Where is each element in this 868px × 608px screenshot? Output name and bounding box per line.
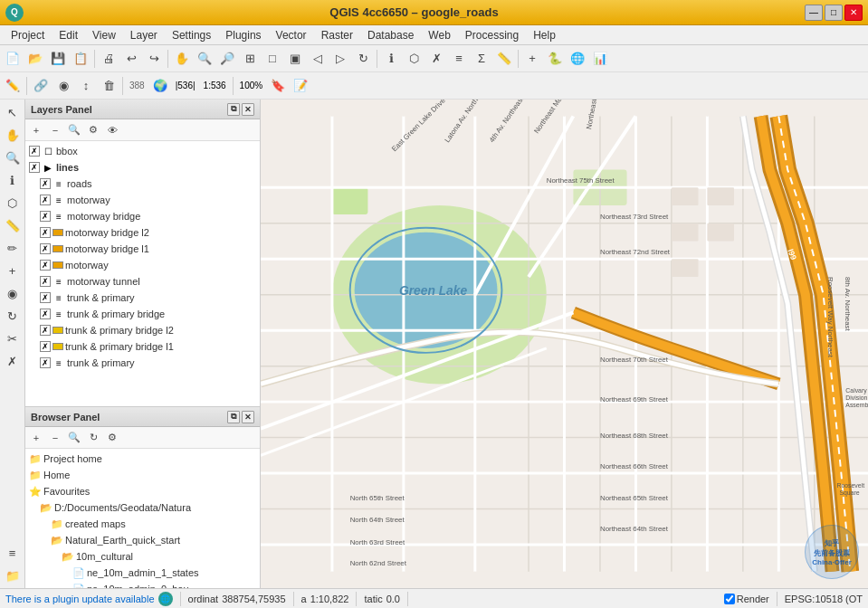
menu-layer[interactable]: Layer [123, 27, 165, 43]
browser-created-maps[interactable]: 📁 created maps [25, 516, 260, 532]
layer-roads-checkbox[interactable]: ✗ [40, 178, 51, 189]
layer-motorway-bridge-l1[interactable]: ✗ motorway bridge l1 [25, 241, 260, 257]
layer-motorway2[interactable]: ✗ motorway [25, 257, 260, 273]
layer-trunk-primary-bridge-checkbox[interactable]: ✗ [40, 309, 51, 319]
browser-ne-admin0-1[interactable]: 📄 ne_10m_admin_0_bou [25, 581, 260, 588]
filter-layers-button[interactable]: 🔍 [65, 121, 83, 139]
minimize-button[interactable]: — [805, 5, 823, 21]
identify-button[interactable]: ℹ [380, 48, 402, 70]
undo-button[interactable]: ↩ [120, 48, 142, 70]
snap-button[interactable]: 🔗 [30, 75, 52, 97]
browser-add-button[interactable]: + [27, 429, 45, 447]
menu-project[interactable]: Project [4, 27, 52, 43]
layer-visibility-button[interactable]: 👁 [103, 121, 121, 139]
crs-button[interactable]: 🌍 [149, 75, 171, 97]
map-canvas[interactable]: Northeast 75th Street Northeast 73rd Str… [261, 100, 868, 588]
edit-node-button[interactable]: ◉ [52, 75, 74, 97]
browser-favourites[interactable]: ⭐ Favourites [25, 483, 260, 499]
close-button[interactable]: ✕ [844, 5, 863, 21]
print-button[interactable]: 🖨 [98, 48, 119, 70]
layer-trunk-primary2[interactable]: ✗ ≡ trunk & primary [25, 355, 260, 371]
annotations-button[interactable]: 📝 [290, 75, 311, 97]
layer-bbox[interactable]: ✗ ☐ bbox [25, 143, 260, 159]
menu-help[interactable]: Help [526, 27, 563, 43]
browser-ne-admin1[interactable]: 📄 ne_10m_admin_1_states [25, 565, 260, 581]
maximize-button[interactable]: □ [825, 5, 843, 21]
add-layer-button[interactable]: + [521, 48, 543, 70]
tool-pointer[interactable]: ↖ [2, 101, 24, 123]
tool-split[interactable]: ✂ [2, 328, 24, 349]
layer-motorway-bridge[interactable]: ✗ ≡ motorway bridge [25, 208, 260, 224]
menu-web[interactable]: Web [421, 27, 457, 43]
browser-options-button[interactable]: ⚙ [103, 429, 121, 447]
open-project-button[interactable]: 📂 [24, 48, 46, 70]
browser-project-home[interactable]: 📁 Project home [25, 451, 260, 467]
menu-vector[interactable]: Vector [269, 27, 314, 43]
add-group-button[interactable]: + [27, 121, 45, 139]
zoom-previous-button[interactable]: ◁ [307, 48, 329, 70]
menu-edit[interactable]: Edit [52, 27, 85, 43]
layer-trunk-primary-checkbox[interactable]: ✗ [40, 292, 51, 303]
layer-trunk-primary2-checkbox[interactable]: ✗ [40, 357, 51, 368]
browser-geodata[interactable]: 📂 D:/Documents/Geodata/Natura [25, 499, 260, 516]
layer-trunk-bridge-l2-checkbox[interactable]: ✗ [40, 325, 51, 336]
render-checkbox[interactable] [724, 594, 735, 604]
menu-processing[interactable]: Processing [458, 27, 526, 43]
layer-motorway-tunnel-checkbox[interactable]: ✗ [40, 276, 51, 287]
zoom-next-button[interactable]: ▷ [329, 48, 351, 70]
remove-layer-button[interactable]: − [46, 121, 64, 139]
tool-identify[interactable]: ℹ [2, 169, 24, 191]
delete-feature-button[interactable]: 🗑 [98, 75, 119, 97]
browser-refresh-button[interactable]: ↻ [84, 429, 102, 447]
layer-lines-checkbox[interactable]: ✗ [29, 162, 40, 173]
tool-layers[interactable]: ≡ [2, 542, 24, 564]
browser-10m-cultural[interactable]: 📂 10m_cultural [25, 548, 260, 565]
save-button[interactable]: 💾 [47, 48, 69, 70]
layer-options-button[interactable]: ⚙ [84, 121, 102, 139]
layer-motorway-bridge-l2-checkbox[interactable]: ✗ [40, 227, 51, 238]
refresh-button[interactable]: ↻ [352, 48, 374, 70]
save-as-button[interactable]: 📋 [70, 48, 91, 70]
menu-database[interactable]: Database [360, 27, 421, 43]
layer-lines-group[interactable]: ✗ ▶ lines [25, 159, 260, 176]
zoom-selection-button[interactable]: ▣ [284, 48, 306, 70]
zoom-in-button[interactable]: 🔍 [194, 48, 215, 70]
tool-rotate[interactable]: ↻ [2, 305, 24, 327]
browser-natural-earth[interactable]: 📂 Natural_Earth_quick_start [25, 532, 260, 548]
tool-zoom[interactable]: 🔍 [2, 147, 24, 168]
layer-trunk-primary-bridge[interactable]: ✗ ≡ trunk & primary bridge [25, 306, 260, 322]
redo-button[interactable]: ↪ [143, 48, 165, 70]
tool-add[interactable]: + [2, 260, 24, 281]
tool-vertex[interactable]: ◉ [2, 282, 24, 304]
select-button[interactable]: ⬡ [403, 48, 424, 70]
globe-button[interactable]: 🌐 [567, 48, 588, 70]
tool-delete[interactable]: ✗ [2, 350, 24, 372]
layer-motorway-bridge-l1-checkbox[interactable]: ✗ [40, 243, 51, 254]
layer-trunk-primary-bridge-l2[interactable]: ✗ trunk & primary bridge l2 [25, 322, 260, 338]
plugin-update-link[interactable]: There is a plugin update available [5, 594, 155, 604]
tool-browser[interactable]: 📁 [2, 565, 24, 586]
layer-bbox-checkbox[interactable]: ✗ [29, 146, 40, 157]
zoom-layer-button[interactable]: □ [262, 48, 283, 70]
elevation-button[interactable]: 📊 [589, 48, 611, 70]
python-button[interactable]: 🐍 [544, 48, 566, 70]
zoom-out-button[interactable]: 🔎 [216, 48, 238, 70]
browser-home[interactable]: 📁 Home [25, 467, 260, 483]
layer-motorway[interactable]: ✗ ≡ motorway [25, 192, 260, 208]
browser-filter-button[interactable]: 🔍 [65, 429, 83, 447]
deselect-button[interactable]: ✗ [425, 48, 447, 70]
layer-motorway-checkbox[interactable]: ✗ [40, 195, 51, 205]
layers-panel-close[interactable]: ✕ [242, 103, 254, 116]
zoom-full-button[interactable]: ⊞ [239, 48, 261, 70]
layer-trunk-primary[interactable]: ✗ ≡ trunk & primary [25, 290, 260, 306]
layer-motorway-bridge-l2[interactable]: ✗ motorway bridge l2 [25, 224, 260, 241]
move-feature-button[interactable]: ↕ [75, 75, 97, 97]
layer-motorway-bridge-checkbox[interactable]: ✗ [40, 211, 51, 222]
attribute-table-button[interactable]: ≡ [448, 48, 470, 70]
menu-view[interactable]: View [85, 27, 123, 43]
digitize-button[interactable]: ✏️ [2, 75, 24, 97]
measure-button[interactable]: 📏 [493, 48, 515, 70]
statistics-button[interactable]: Σ [471, 48, 492, 70]
new-project-button[interactable]: 📄 [2, 48, 24, 70]
menu-raster[interactable]: Raster [314, 27, 360, 43]
